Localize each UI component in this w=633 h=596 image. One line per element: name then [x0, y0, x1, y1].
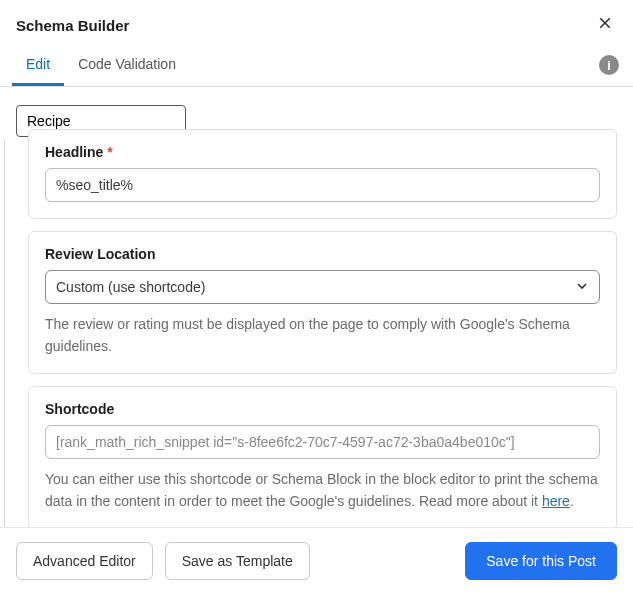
close-icon[interactable] [597, 15, 617, 35]
modal-title: Schema Builder [16, 17, 129, 34]
tab-code-validation[interactable]: Code Validation [64, 44, 190, 86]
shortcode-helper-link[interactable]: here [542, 493, 570, 509]
headline-input[interactable] [45, 168, 600, 202]
shortcode-helper-text-before: You can either use this shortcode or Sch… [45, 471, 598, 509]
shortcode-helper-text-after: . [570, 493, 574, 509]
advanced-editor-button[interactable]: Advanced Editor [16, 542, 153, 580]
review-location-select[interactable]: Custom (use shortcode) [45, 270, 600, 304]
footer-bar: Advanced Editor Save as Template Save fo… [0, 527, 633, 596]
headline-label: Headline [45, 144, 103, 160]
shortcode-card: Shortcode You can either use this shortc… [28, 386, 617, 527]
required-asterisk: * [107, 144, 112, 160]
tabs: Edit Code Validation i [0, 44, 633, 87]
review-location-label: Review Location [45, 246, 155, 262]
shortcode-input[interactable] [45, 425, 600, 459]
save-as-template-button[interactable]: Save as Template [165, 542, 310, 580]
info-icon[interactable]: i [599, 55, 619, 75]
review-location-card: Review Location Custom (use shortcode) T… [28, 231, 617, 374]
save-for-this-post-button[interactable]: Save for this Post [465, 542, 617, 580]
headline-card: Headline * [28, 129, 617, 219]
review-location-helper: The review or rating must be displayed o… [45, 314, 600, 357]
shortcode-label: Shortcode [45, 401, 114, 417]
shortcode-helper: You can either use this shortcode or Sch… [45, 469, 600, 512]
tab-edit[interactable]: Edit [12, 44, 64, 86]
